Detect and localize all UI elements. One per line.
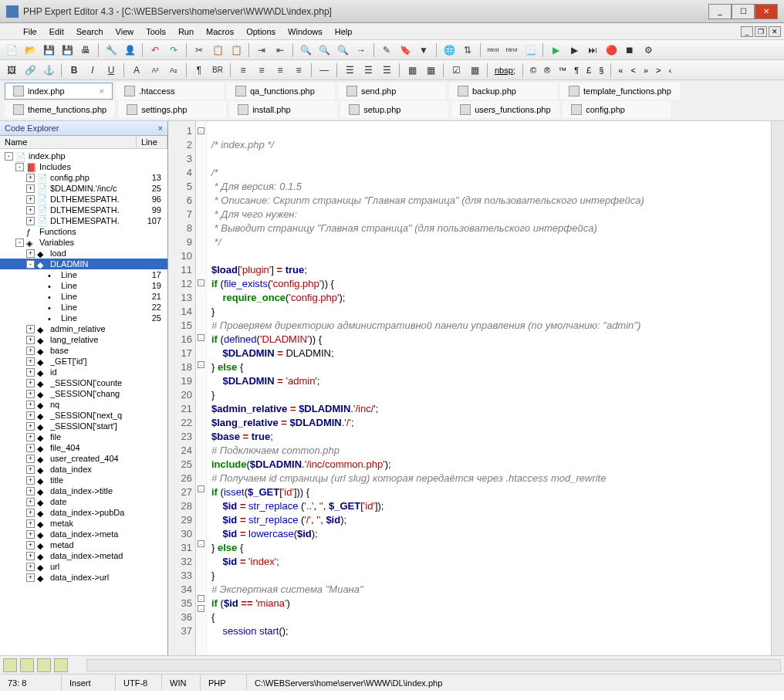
- menu-edit[interactable]: Edit: [43, 25, 70, 39]
- menu-windows[interactable]: Windows: [282, 25, 329, 39]
- fold-gutter[interactable]: --------: [196, 121, 207, 655]
- highlight-icon[interactable]: ✎: [378, 42, 395, 59]
- tree-toggle-icon[interactable]: -: [26, 260, 35, 269]
- tree-item[interactable]: +◆lang_relative: [0, 334, 167, 345]
- tree-item[interactable]: +📄DLTHEMESPATH.107: [0, 215, 167, 226]
- tab-settings-php[interactable]: settings.php: [118, 101, 226, 118]
- tree-item[interactable]: -◈Variables: [0, 237, 167, 248]
- outdent-icon[interactable]: ⇤: [272, 42, 289, 59]
- tree-toggle-icon[interactable]: +: [26, 465, 35, 474]
- tab-template-functions-php[interactable]: template_functions.php: [560, 83, 680, 100]
- bold-icon[interactable]: B: [66, 62, 83, 79]
- tree-item[interactable]: +📄DLTHEMESPATH.96: [0, 194, 167, 205]
- tree-toggle-icon[interactable]: +: [26, 519, 35, 528]
- tree-item[interactable]: +◆metad: [0, 539, 167, 550]
- tree-item[interactable]: •Line25: [0, 313, 167, 323]
- horizontal-scrollbar[interactable]: [86, 659, 781, 671]
- copy-icon[interactable]: 📋: [209, 42, 226, 59]
- list-icon[interactable]: ☰: [341, 62, 358, 79]
- debug-icon[interactable]: ▶: [566, 42, 583, 59]
- tree-item[interactable]: •Line22: [0, 302, 167, 313]
- tree-toggle-icon[interactable]: +: [26, 379, 35, 387]
- lt-button[interactable]: <: [627, 66, 638, 75]
- new-file-icon[interactable]: 📄: [3, 42, 20, 59]
- tree-item[interactable]: +◆user_created_404: [0, 453, 167, 464]
- tree-toggle-icon[interactable]: +: [26, 347, 35, 355]
- tree-item[interactable]: +◆_GET['id']: [0, 356, 167, 367]
- vertical-scrollbar[interactable]: [771, 121, 784, 655]
- fold-toggle-icon[interactable]: -: [198, 540, 204, 547]
- ftp-icon[interactable]: ⇅: [459, 42, 476, 59]
- tree-toggle-icon[interactable]: -: [5, 152, 13, 161]
- tree-item[interactable]: ƒFunctions: [0, 226, 167, 237]
- tree-item[interactable]: •Line21: [0, 291, 167, 302]
- close-panel-icon[interactable]: ×: [158, 123, 163, 133]
- tree-item[interactable]: +◆file_404: [0, 442, 167, 453]
- html-end-icon[interactable]: html: [503, 42, 520, 59]
- tree-toggle-icon[interactable]: +: [26, 336, 35, 344]
- tree-item[interactable]: +◆_SESSION['start']: [0, 421, 167, 431]
- tab-users-functions-php[interactable]: users_functions.php: [451, 101, 559, 118]
- tab-backup-php[interactable]: backup.php: [449, 83, 557, 100]
- sect-char-button[interactable]: §: [596, 66, 607, 75]
- para-char-button[interactable]: ¶: [571, 66, 582, 75]
- minimize-button[interactable]: _: [708, 4, 732, 19]
- calc-icon[interactable]: ▦: [466, 62, 483, 79]
- fold-toggle-icon[interactable]: -: [198, 595, 204, 602]
- hr-icon[interactable]: —: [316, 62, 333, 79]
- find-icon[interactable]: 🔍: [297, 42, 314, 59]
- breakpoint-icon[interactable]: 🔴: [603, 42, 620, 59]
- open-file-icon[interactable]: 📂: [22, 42, 39, 59]
- tree-item[interactable]: +📄DLTHEMESPATH.99: [0, 205, 167, 215]
- paste-icon[interactable]: 📋: [228, 42, 245, 59]
- indent-icon[interactable]: ⇥: [253, 42, 270, 59]
- cut-icon[interactable]: ✂: [191, 42, 208, 59]
- paragraph-icon[interactable]: ¶: [191, 62, 208, 79]
- tree-item[interactable]: +◆url: [0, 561, 167, 572]
- mdi-restore-button[interactable]: ❐: [755, 26, 767, 37]
- form-icon[interactable]: ▦: [422, 62, 439, 79]
- tab-send-php[interactable]: send.php: [338, 83, 446, 100]
- tool-icon[interactable]: 🔧: [103, 42, 120, 59]
- tree-item[interactable]: +📄$DLADMIN.'/inc/c25: [0, 183, 167, 194]
- bookmark-icon[interactable]: 🔖: [397, 42, 414, 59]
- tree-item[interactable]: +◆title: [0, 475, 167, 485]
- tree-toggle-icon[interactable]: +: [26, 217, 35, 225]
- project-icon[interactable]: [37, 658, 51, 672]
- close-button[interactable]: ✕: [755, 4, 778, 19]
- tag-icon[interactable]: ▼: [415, 42, 432, 59]
- tree-item[interactable]: +◆_SESSION['next_q: [0, 410, 167, 421]
- tab-qa-functions-php[interactable]: qa_functions.php: [227, 83, 335, 100]
- align-center-icon[interactable]: ≡: [253, 62, 270, 79]
- doc-icon[interactable]: 📃: [522, 42, 539, 59]
- tree-toggle-icon[interactable]: +: [26, 325, 35, 333]
- superscript-icon[interactable]: A²: [147, 62, 164, 79]
- tree-item[interactable]: +📄config.php13: [0, 172, 167, 183]
- tree-toggle-icon[interactable]: -: [15, 163, 24, 171]
- menu-tools[interactable]: Tools: [140, 25, 172, 39]
- fold-toggle-icon[interactable]: -: [198, 279, 204, 286]
- tree-toggle-icon[interactable]: +: [26, 433, 35, 441]
- tree-toggle-icon[interactable]: +: [26, 487, 35, 495]
- tree-item[interactable]: +◆id: [0, 367, 167, 377]
- tree-item[interactable]: +◆_SESSION['counte: [0, 377, 167, 388]
- tree-view[interactable]: -📄index.php-📕Includes+📄config.php13+📄$DL…: [0, 149, 167, 655]
- tree-item[interactable]: +◆file: [0, 431, 167, 442]
- tree-toggle-icon[interactable]: +: [26, 174, 35, 182]
- menu-options[interactable]: Options: [240, 25, 282, 39]
- tree-toggle-icon[interactable]: +: [26, 206, 35, 215]
- find-next-icon[interactable]: 🔍: [316, 42, 333, 59]
- pound-char-button[interactable]: £: [583, 66, 594, 75]
- align-right-icon[interactable]: ≡: [272, 62, 289, 79]
- tree-item[interactable]: -◆DLADMIN: [0, 259, 167, 269]
- tree-col-name[interactable]: Name: [0, 136, 137, 148]
- tree-item[interactable]: -📄index.php: [0, 150, 167, 161]
- user-icon[interactable]: 👤: [121, 42, 138, 59]
- align-left-icon[interactable]: ≡: [235, 62, 252, 79]
- tree-toggle-icon[interactable]: +: [26, 455, 35, 463]
- lsaquo-button[interactable]: ‹: [665, 66, 674, 75]
- tree-item[interactable]: +◆data_index->meta: [0, 529, 167, 539]
- output-icon[interactable]: [3, 658, 17, 672]
- fold-toggle-icon[interactable]: -: [198, 485, 204, 492]
- tree-item[interactable]: +◆base: [0, 345, 167, 356]
